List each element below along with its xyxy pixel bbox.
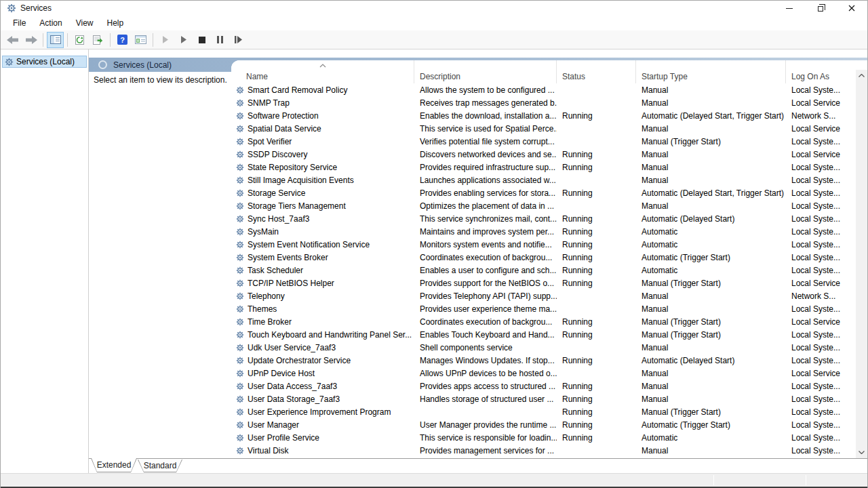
service-row[interactable]: Task Scheduler Enables a user to configu… (231, 264, 856, 277)
gear-icon (236, 228, 244, 236)
stop-service-button[interactable] (193, 32, 210, 48)
service-name-cell: Themes (231, 304, 414, 314)
title-bar: Services (1, 1, 867, 16)
scroll-up-button[interactable] (856, 70, 867, 81)
start-service-icon (162, 36, 169, 43)
service-row[interactable]: User Profile Service This service is res… (231, 431, 856, 444)
service-description: This service is responsible for loadin..… (414, 433, 557, 443)
show-hide-console-tree-button[interactable] (47, 32, 64, 48)
service-name-cell: Spatial Data Service (231, 124, 414, 134)
service-log-on-as: Local Syste... (786, 85, 852, 95)
service-row[interactable]: TCP/IP NetBIOS Helper Provides support f… (231, 277, 856, 289)
services-ring-icon (98, 60, 107, 69)
menu-file[interactable]: File (6, 16, 33, 30)
service-row[interactable]: User Data Storage_7aaf3 Handles storage … (231, 392, 856, 405)
service-name-cell: State Repository Service (231, 163, 414, 172)
stop-service-icon (199, 37, 205, 43)
service-row[interactable]: SSDP Discovery Discovers networked devic… (231, 148, 856, 161)
help-icon: ? (117, 35, 127, 45)
menu-view[interactable]: View (69, 16, 100, 30)
service-name: Themes (248, 304, 277, 314)
service-row[interactable]: Software Protection Enables the download… (231, 109, 856, 122)
service-row[interactable]: Smart Card Removal Policy Allows the sys… (231, 83, 856, 96)
toolbar-separator (110, 33, 111, 47)
view-tab-strip: Extended Standard (89, 458, 867, 473)
service-status: Running (557, 394, 636, 404)
export-list-button[interactable] (90, 32, 106, 48)
service-description: Enables the download, installation a... (414, 111, 557, 121)
service-row[interactable]: System Events Broker Coordinates executi… (231, 251, 856, 264)
minimize-button[interactable] (774, 1, 805, 16)
service-row[interactable]: Storage Tiers Management Optimizes the p… (231, 199, 856, 212)
service-description: Provides user experience theme ma... (414, 304, 557, 314)
services-rows: Smart Card Removal Policy Allows the sys… (231, 83, 856, 458)
extended-view-title: Services (Local) (113, 60, 172, 70)
properties-window-button[interactable] (132, 32, 149, 48)
scroll-down-button[interactable] (856, 447, 867, 458)
service-row[interactable]: User Data Access_7aaf3 Provides apps acc… (231, 380, 856, 392)
services-window: Services File Action View Help (0, 0, 868, 488)
restart-service-icon (235, 36, 242, 43)
service-log-on-as: Local Service (786, 150, 852, 159)
gear-icon (236, 215, 244, 223)
service-name: UPnP Device Host (248, 369, 315, 378)
service-log-on-as: Local Syste... (786, 420, 852, 430)
column-header-status[interactable]: Status (557, 60, 636, 83)
service-status: Running (557, 188, 636, 198)
column-header-log-on-as[interactable]: Log On As (786, 60, 852, 83)
service-row[interactable]: Udk User Service_7aaf3 Shell components … (231, 341, 856, 354)
pause-service-button[interactable] (212, 32, 229, 48)
gear-icon (236, 176, 244, 184)
service-row[interactable]: Themes Provides user experience theme ma… (231, 302, 856, 315)
tab-extended[interactable]: Extended (91, 458, 137, 472)
service-row[interactable]: Still Image Acquisition Events Launches … (231, 174, 856, 186)
service-row[interactable]: User Experience Improvement Program Runn… (231, 405, 856, 418)
menu-help[interactable]: Help (100, 16, 131, 30)
column-header-description[interactable]: Description (414, 60, 557, 83)
service-description: User Manager provides the runtime ... (414, 420, 557, 430)
column-header-name[interactable]: Name (231, 60, 414, 83)
sidebar-item-services-local[interactable]: Services (Local) (2, 56, 87, 68)
service-row[interactable]: SNMP Trap Receives trap messages generat… (231, 96, 856, 109)
service-row[interactable]: Telephony Provides Telephony API (TAPI) … (231, 289, 856, 302)
close-button[interactable] (836, 1, 867, 16)
export-list-icon (93, 35, 104, 45)
service-row[interactable]: Spatial Data Service This service is use… (231, 122, 856, 135)
vertical-scrollbar[interactable] (856, 70, 867, 458)
service-description: This service synchronizes mail, cont... (414, 214, 557, 224)
service-row[interactable]: State Repository Service Provides requir… (231, 161, 856, 174)
service-log-on-as: Local Syste... (786, 188, 852, 198)
service-row[interactable]: User Manager User Manager provides the r… (231, 418, 856, 431)
tab-standard[interactable]: Standard (138, 460, 182, 472)
service-row[interactable]: Touch Keyboard and Handwriting Panel Ser… (231, 328, 856, 341)
service-row[interactable]: UPnP Device Host Allows UPnP devices to … (231, 367, 856, 380)
service-name-cell: User Experience Improvement Program (231, 407, 414, 417)
restore-button[interactable] (805, 1, 836, 16)
column-header-startup-type[interactable]: Startup Type (636, 60, 786, 83)
service-log-on-as: Local Syste... (786, 343, 852, 352)
service-row[interactable]: Spot Verifier Verifies potential file sy… (231, 135, 856, 148)
menu-action[interactable]: Action (33, 16, 68, 30)
start-service-button[interactable] (157, 32, 174, 48)
service-row[interactable]: SysMain Maintains and improves system pe… (231, 225, 856, 238)
refresh-button[interactable] (71, 32, 88, 48)
resume-service-button[interactable] (175, 32, 192, 48)
forward-button[interactable] (22, 32, 39, 48)
help-button[interactable]: ? (114, 32, 131, 48)
restart-service-button[interactable] (230, 32, 247, 48)
service-row[interactable]: Time Broker Coordinates execution of bac… (231, 315, 856, 328)
restore-icon (818, 6, 823, 12)
service-name: SNMP Trap (248, 98, 290, 108)
service-row[interactable]: Update Orchestrator Service Manages Wind… (231, 354, 856, 367)
service-name-cell: SSDP Discovery (231, 150, 414, 159)
service-row[interactable]: Storage Service Provides enabling servic… (231, 186, 856, 199)
service-log-on-as: Local Service (786, 98, 852, 108)
service-description: Enables a user to configure and sch... (414, 266, 557, 275)
back-button[interactable] (4, 32, 21, 48)
service-startup-type: Automatic (Delayed Start, Trigger Start) (636, 111, 786, 121)
service-startup-type: Manual (636, 343, 786, 352)
service-row[interactable]: Sync Host_7aaf3 This service synchronize… (231, 212, 856, 225)
service-row[interactable]: Virtual Disk Provides management service… (231, 444, 856, 457)
service-row[interactable]: System Event Notification Service Monito… (231, 238, 856, 251)
service-log-on-as: Local Syste... (786, 137, 852, 146)
